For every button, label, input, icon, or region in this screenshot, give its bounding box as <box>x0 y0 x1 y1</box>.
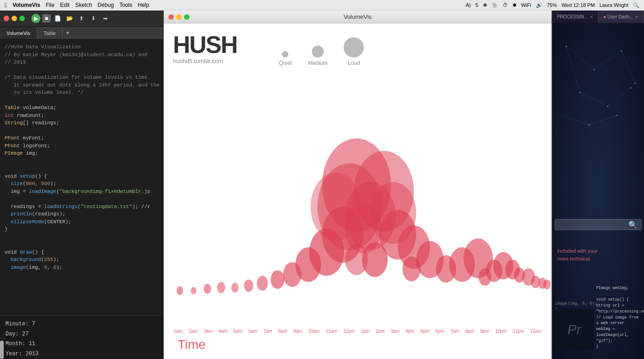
svg-line-1 <box>594 51 621 69</box>
svg-point-13 <box>607 105 609 107</box>
bluetooth-icon: ✱ <box>512 2 517 8</box>
svg-point-14 <box>630 87 632 89</box>
dropbox-icon: ❋ <box>483 2 487 8</box>
tab-userdash-close[interactable]: ✕ <box>635 15 638 19</box>
code-line <box>5 97 159 104</box>
bubble-6am <box>244 279 253 292</box>
bubble-7am <box>257 276 268 290</box>
svg-line-0 <box>566 46 594 69</box>
tab-processing-label: PROCESSIN... <box>557 14 588 19</box>
tab-volumevis-label: VolumeVis <box>6 30 30 36</box>
open-file-icon[interactable]: 📂 <box>64 13 75 23</box>
svg-line-7 <box>589 116 617 125</box>
bubble-extra-3 <box>310 173 361 241</box>
add-file-icon[interactable]: ➡ <box>100 13 110 23</box>
search-input[interactable] <box>559 222 628 227</box>
stop-button[interactable]: ■ <box>42 14 51 23</box>
code-line: void setup() { <box>596 297 642 303</box>
tab-userdash-label: User Dash... <box>607 14 633 19</box>
code-line: webImg = loadImage(url, "gif"); <box>596 326 642 344</box>
menu-sketch[interactable]: Sketch <box>75 2 92 8</box>
time-label-8am: 8am <box>278 329 287 334</box>
code-line: // Load image from a web server <box>596 315 642 327</box>
menu-debug[interactable]: Debug <box>98 2 114 8</box>
code-line: // 2013 <box>5 58 159 66</box>
time-label-4am: 4am <box>218 329 227 334</box>
import-icon[interactable]: ⬇ <box>88 13 98 23</box>
tab-processing[interactable]: PROCESSIN... ✕ <box>552 11 598 23</box>
time-label-7am: 7am <box>263 329 272 334</box>
code-line: /* Data visualization for volume levels … <box>5 74 159 81</box>
menubar-right: A) 5 ❋ 🐘 ⏱ ✱ WiFi 🔊 75% Wed 12:18 PM Lau… <box>466 2 640 8</box>
time-label-9pm: 9pm <box>480 329 489 334</box>
svg-line-5 <box>608 88 631 106</box>
time-label-2am: 2am <box>189 329 197 334</box>
code-line: Table volumeData; <box>5 104 159 112</box>
code-line: img = loadImage("backgroundimg-fixedwtum… <box>5 188 159 196</box>
code-line <box>5 233 159 241</box>
new-file-icon[interactable]: 📄 <box>52 13 63 23</box>
code-line <box>5 157 159 165</box>
svg-point-11 <box>634 82 636 84</box>
code-line: } <box>5 226 159 233</box>
maximize-button[interactable] <box>19 16 25 21</box>
bubble-5am <box>231 283 239 293</box>
svg-point-9 <box>593 69 595 70</box>
left-panel: ▶ ■ 📄 📂 ⬆ ⬇ ➡ VolumeVis Table ▼ //HUSH D… <box>0 11 163 359</box>
tab-processing-close[interactable]: ✕ <box>590 15 593 19</box>
code-line: ellipseMode(CENTER); <box>5 218 159 226</box>
search-icon[interactable]: 🔍 <box>633 2 639 8</box>
search-bar[interactable]: 🔍 <box>555 219 642 230</box>
sketch-minimize-button[interactable] <box>176 14 182 20</box>
export-icon[interactable]: ⬆ <box>76 13 86 23</box>
bubble-8am <box>270 270 284 289</box>
bubble-12am <box>543 279 551 290</box>
menubar:  VolumeVis File Edit Sketch Debug Tools… <box>0 0 644 11</box>
app-name[interactable]: VolumeVis <box>12 2 40 8</box>
menu-file[interactable]: File <box>46 2 54 8</box>
code-line: PFont logoFont; <box>5 142 159 150</box>
time-label-4pm: 4pm <box>405 329 414 334</box>
code-line: String url = "http://processing.org/img/… <box>596 303 642 315</box>
tab-userdash[interactable]: ● User Dash... ✕ <box>598 11 644 23</box>
status-panel: Minute: 7 Day: 27 Month: 11 Year: 2013 <box>0 315 163 359</box>
battery-percent: 5 <box>476 2 478 8</box>
datetime: Wed 12:18 PM <box>562 2 595 8</box>
sketch-close-button[interactable] <box>168 14 174 20</box>
volume-icon: 🔊 <box>536 2 542 8</box>
editor-toolbar: ▶ ■ 📄 📂 ⬆ ⬇ ➡ <box>0 11 163 27</box>
status-day: Day: 27 <box>6 330 158 340</box>
time-axis: 1am 2am 3am 4am 5am 6am 7am 8am 9am 10am… <box>164 329 552 334</box>
right-bottom-code: PImage webImg; void setup() { String url… <box>596 285 642 350</box>
menu-tools[interactable]: Tools <box>119 2 132 8</box>
bubble-extra-2 <box>370 182 416 244</box>
search-icon[interactable]: 🔍 <box>628 220 638 229</box>
right-text-line2: more technical <box>557 255 639 263</box>
code-line: // By Katie Meyer (km13oj@student.ocadu.… <box>5 51 159 59</box>
time-label-9am: 9am <box>293 329 302 334</box>
sketch-maximize-button[interactable] <box>184 14 190 20</box>
svg-line-6 <box>562 116 589 125</box>
code-line: to its volume level. */ <box>5 89 159 97</box>
svg-point-12 <box>579 92 581 93</box>
tab-table[interactable]: Table <box>37 27 63 39</box>
sketch-window: VolumeVis HUSH hushdfi.tumblr.com Quiet … <box>163 11 552 359</box>
battery-level: 75% <box>547 2 557 8</box>
scrollbar-thumb[interactable] <box>0 341 4 359</box>
svg-point-10 <box>621 50 622 52</box>
code-line <box>5 127 159 135</box>
menu-help[interactable]: Help <box>138 2 149 8</box>
tab-dropdown[interactable]: ▼ <box>63 27 73 39</box>
close-button[interactable] <box>4 16 9 21</box>
code-line <box>596 291 642 297</box>
minimize-button[interactable] <box>12 16 17 21</box>
code-line: image(img, 0, 0); <box>5 264 159 272</box>
time-label-1pm: 1pm <box>361 329 369 334</box>
code-line <box>5 66 159 74</box>
code-editor[interactable]: //HUSH Data Visualization // By Katie Me… <box>0 40 163 315</box>
tab-volumevis[interactable]: VolumeVis <box>0 27 37 39</box>
menu-edit[interactable]: Edit <box>60 2 70 8</box>
code-line: background(255); <box>5 256 159 264</box>
play-button[interactable]: ▶ <box>31 14 40 23</box>
apple-icon[interactable]:  <box>5 1 7 9</box>
